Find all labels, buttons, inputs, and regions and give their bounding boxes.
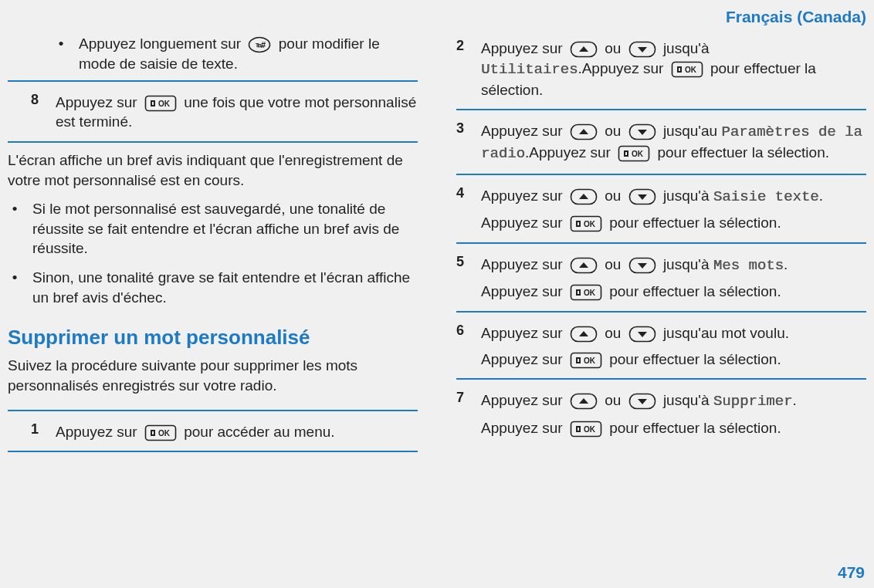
text: ou bbox=[605, 40, 621, 56]
text: Appuyez sur bbox=[481, 188, 563, 204]
divider bbox=[8, 410, 418, 411]
text: Appuyez sur bbox=[56, 94, 137, 110]
up-button-icon bbox=[570, 41, 598, 58]
text: jusqu'à bbox=[663, 40, 710, 56]
step-3: 3 Appuyez sur ou jusqu'au Paramètres de … bbox=[456, 115, 866, 168]
step-body: Appuyez sur ou jusqu'à Mes mots. Appuyez… bbox=[481, 255, 866, 302]
text: jusqu'au mot voulu. bbox=[663, 325, 789, 341]
step-2: 2 Appuyez sur ou jusqu'à Utilitaires.App… bbox=[456, 32, 866, 104]
text: .Appuyez sur bbox=[525, 144, 611, 161]
divider bbox=[456, 174, 866, 175]
paragraph: L'écran affiche un bref avis indiquant q… bbox=[8, 150, 418, 190]
step-number: 6 bbox=[456, 323, 470, 369]
svg-marker-38 bbox=[638, 263, 647, 269]
ok-button-icon: OK bbox=[618, 145, 650, 162]
step-number: 8 bbox=[31, 93, 45, 132]
step-7: 7 Appuyez sur ou jusqu'à Supprimer. Appu… bbox=[456, 384, 866, 442]
text: Appuyez sur bbox=[56, 424, 137, 440]
text: Appuyez sur bbox=[481, 256, 563, 272]
svg-marker-14 bbox=[638, 47, 647, 52]
text: Appuyez longuement sur bbox=[79, 35, 241, 52]
down-button-icon bbox=[628, 326, 656, 343]
svg-marker-46 bbox=[638, 332, 647, 337]
text: Appuyez sur bbox=[481, 283, 563, 299]
step-number: 7 bbox=[456, 390, 470, 438]
text: ou bbox=[605, 188, 621, 204]
svg-rect-41 bbox=[578, 291, 579, 294]
step-number: 2 bbox=[456, 39, 470, 100]
text: Appuyez sur bbox=[481, 325, 563, 341]
step-1: 1 Appuyez sur OK pour accéder au menu. bbox=[8, 416, 418, 447]
down-button-icon bbox=[628, 257, 656, 274]
step-body: Appuyez sur OK pour accéder au menu. bbox=[56, 422, 418, 442]
text: pour effectuer la sélection. bbox=[609, 283, 781, 299]
step-8: 8 Appuyez sur OK une fois que votre mot … bbox=[8, 86, 418, 137]
ok-button-icon: OK bbox=[144, 95, 177, 112]
step-body: Appuyez sur ou jusqu'à Saisie texte. App… bbox=[481, 186, 866, 233]
svg-text:OK: OK bbox=[584, 289, 596, 297]
svg-text:OK: OK bbox=[584, 220, 596, 228]
text: .Appuyez sur bbox=[578, 60, 663, 76]
text: jusqu'à bbox=[663, 188, 710, 204]
menu-item: Supprimer bbox=[713, 393, 793, 410]
svg-marker-52 bbox=[579, 398, 588, 404]
svg-marker-36 bbox=[579, 262, 588, 268]
step-body: Appuyez sur ou jusqu'au mot voulu. Appuy… bbox=[481, 323, 866, 369]
step-body: Appuyez sur ou jusqu'au Paramètres de la… bbox=[481, 121, 866, 164]
menu-item: Mes mots bbox=[713, 257, 784, 274]
ok-button-icon: OK bbox=[570, 215, 602, 232]
bullet-dot: • bbox=[8, 199, 22, 259]
menu-item: Utilitaires bbox=[481, 61, 578, 78]
section-heading: Supprimer un mot personnalisé bbox=[8, 324, 418, 351]
bullet-text: Appuyez longuement sur ℡# pour modifier … bbox=[79, 34, 418, 73]
svg-text:OK: OK bbox=[158, 100, 171, 108]
left-column: • Appuyez longuement sur ℡# pour modifie… bbox=[8, 32, 425, 457]
divider bbox=[456, 109, 866, 110]
up-button-icon bbox=[570, 326, 598, 343]
svg-marker-44 bbox=[579, 331, 588, 336]
bullet-dot: • bbox=[8, 268, 22, 307]
text: ou bbox=[605, 392, 621, 408]
two-column-layout: • Appuyez longuement sur ℡# pour modifie… bbox=[0, 32, 874, 457]
svg-text:OK: OK bbox=[158, 429, 171, 438]
text: ou bbox=[605, 325, 621, 341]
step-4: 4 Appuyez sur ou jusqu'à Saisie texte. A… bbox=[456, 180, 866, 238]
step-6: 6 Appuyez sur ou jusqu'au mot voulu. App… bbox=[456, 317, 866, 373]
text: jusqu'au bbox=[663, 123, 717, 139]
svg-text:OK: OK bbox=[584, 425, 596, 434]
bullet-item: • Si le mot personnalisé est sauvegardé,… bbox=[8, 198, 418, 260]
svg-rect-5 bbox=[152, 102, 154, 105]
text: jusqu'à bbox=[663, 392, 710, 408]
svg-text:OK: OK bbox=[632, 150, 644, 158]
divider bbox=[8, 141, 418, 143]
step-body: Appuyez sur ou jusqu'à Utilitaires.Appuy… bbox=[481, 39, 866, 100]
svg-rect-33 bbox=[578, 222, 579, 225]
ok-button-icon: OK bbox=[671, 61, 703, 78]
step-5: 5 Appuyez sur ou jusqu'à Mes mots. Appuy… bbox=[456, 248, 866, 306]
page: Français (Canada) • Appuyez longuement s… bbox=[0, 0, 874, 588]
hash-key-icon: ℡# bbox=[248, 36, 271, 53]
text: ou bbox=[605, 256, 621, 272]
text: Appuyez sur bbox=[481, 392, 563, 408]
svg-rect-17 bbox=[679, 68, 680, 71]
text: Appuyez sur bbox=[481, 40, 563, 56]
svg-text:OK: OK bbox=[685, 66, 697, 74]
text: Appuyez sur bbox=[481, 215, 563, 231]
text: pour effectuer la sélection. bbox=[609, 420, 781, 436]
ok-button-icon: OK bbox=[570, 284, 602, 301]
svg-text:#: # bbox=[261, 40, 266, 49]
divider bbox=[456, 242, 866, 244]
svg-rect-49 bbox=[578, 359, 579, 362]
text: pour effectuer la sélection. bbox=[609, 215, 781, 231]
svg-marker-12 bbox=[579, 46, 588, 52]
up-button-icon bbox=[570, 257, 598, 274]
text: pour effectuer la sélection. bbox=[609, 351, 781, 367]
up-button-icon bbox=[570, 393, 598, 410]
text: ou bbox=[605, 123, 621, 139]
section-intro: Suivez la procédure suivante pour suppri… bbox=[8, 356, 418, 395]
svg-marker-28 bbox=[579, 194, 588, 199]
step-body: Appuyez sur OK une fois que votre mot pe… bbox=[56, 93, 418, 132]
text: jusqu'à bbox=[663, 256, 710, 272]
text: pour effectuer la sélection. bbox=[657, 144, 829, 161]
svg-rect-9 bbox=[152, 431, 154, 434]
